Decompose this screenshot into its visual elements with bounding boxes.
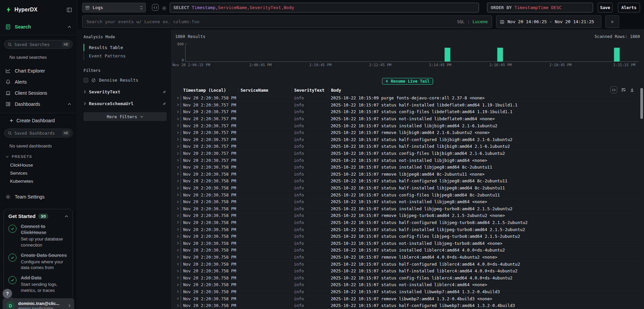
search-input[interactable] [87,19,457,24]
row-expand-chevron-icon[interactable] [175,110,180,114]
user-menu[interactable]: D dominic.tran@clic... dominic.tran@clic… [3,298,74,309]
row-expand-chevron-icon[interactable] [175,186,180,190]
sidebar-item-alerts[interactable]: Alerts [0,76,77,87]
row-expand-chevron-icon[interactable] [175,124,180,127]
sidebar-item-search[interactable]: Search [5,24,71,30]
row-expand-chevron-icon[interactable] [175,297,180,300]
saved-dashboards-input[interactable]: Saved Dashboards ⌘K [4,129,73,137]
row-expand-chevron-icon[interactable] [175,131,180,134]
table-row[interactable]: Nov 20 2:20:30.758 PM info 2025-10-22 10… [175,164,640,171]
sidebar-item-team-settings[interactable]: Team Settings [5,194,71,200]
table-row[interactable]: Nov 20 2:20:30.757 PM info 2025-10-22 10… [175,143,640,150]
sidebar-item-client-sessions[interactable]: Client Sessions [0,87,77,98]
table-row[interactable]: Nov 20 2:20:30.758 PM info 2025-10-22 10… [175,233,640,240]
table-row[interactable]: Nov 20 2:20:30.758 PM info 2025-10-22 10… [175,219,640,226]
row-expand-chevron-icon[interactable] [175,249,180,252]
row-expand-chevron-icon[interactable] [175,159,180,162]
resume-live-tail-button[interactable]: Resume Live Tail [382,78,433,85]
preset-item[interactable]: Kubernetes [0,177,77,185]
select-columns-input[interactable]: SELECT Timestamp, ServiceName,SeverityTe… [170,3,479,12]
row-expand-chevron-icon[interactable] [175,207,180,210]
presets-toggle[interactable]: PRESETS [5,154,77,159]
help-button[interactable]: ? [3,289,12,298]
table-row[interactable]: Nov 20 2:20:30.758 PM info 2025-10-22 10… [175,198,640,206]
column-header-body[interactable]: Body [329,88,640,93]
table-row[interactable]: Nov 20 2:20:30.758 PM info 2025-10-22 10… [175,274,640,281]
row-expand-chevron-icon[interactable] [175,193,180,196]
language-toggle-sql[interactable]: SQL [457,19,465,24]
pin-icon[interactable] [162,101,167,106]
row-expand-chevron-icon[interactable] [175,235,180,238]
create-dashboard-button[interactable]: Create Dashboard [9,118,77,123]
saved-searches-input[interactable]: Saved Searches ⌘K [4,40,73,49]
row-expand-chevron-icon[interactable] [175,228,180,231]
table-row[interactable]: Nov 20 2:20:30.758 PM info 2025-10-22 10… [175,295,640,302]
chart-bar[interactable] [445,48,450,61]
table-row[interactable]: Nov 20 2:20:30.758 PM info 2025-10-22 10… [175,289,640,296]
table-row[interactable]: Nov 20 2:20:30.758 PM info 2025-10-22 10… [175,178,640,185]
column-header-timestamp[interactable]: Timestamp (Local) [181,88,238,93]
row-expand-chevron-icon[interactable] [175,96,180,100]
pin-icon[interactable] [162,90,167,94]
edit-sql-icon[interactable] [152,4,159,11]
chart-bar[interactable] [497,48,503,61]
get-started-item[interactable]: Connect to ClickHouse Set up your databa… [8,223,68,248]
row-expand-chevron-icon[interactable] [175,117,180,121]
denoise-checkbox[interactable] [84,78,88,83]
table-row[interactable]: Nov 20 2:20:30.758 PM info 2025-10-22 10… [175,226,640,233]
row-expand-chevron-icon[interactable] [175,214,180,217]
table-row[interactable]: Nov 20 2:20:30.758 PM info 2025-10-22 10… [175,254,640,261]
denoise-results-toggle[interactable]: Denoise Results [84,78,167,83]
mode-results-table[interactable]: Results Table [84,43,167,52]
row-expand-chevron-icon[interactable] [175,290,180,293]
row-expand-chevron-icon[interactable] [175,103,180,106]
row-expand-chevron-icon[interactable] [175,255,180,259]
table-row[interactable]: Nov 20 2:20:30.757 PM info 2025-10-22 10… [175,129,640,136]
vertical-scrollbar[interactable] [640,88,643,119]
row-expand-chevron-icon[interactable] [175,200,180,204]
table-row[interactable]: Nov 20 2:20:30.758 PM info 2025-10-22 10… [175,302,640,309]
alerts-button[interactable]: Alerts [618,3,640,12]
table-row[interactable]: Nov 20 2:20:30.757 PM info 2025-10-22 10… [175,102,640,109]
row-expand-chevron-icon[interactable] [175,262,180,266]
table-row[interactable]: Nov 20 2:20:30.758 PM info 2025-10-22 10… [175,268,640,275]
source-settings-gear-icon[interactable] [161,4,167,12]
more-filters-button[interactable]: More filters [84,112,167,121]
chart-bar[interactable] [614,48,620,61]
column-header-servicename[interactable]: ServiceName [238,88,292,93]
get-started-item[interactable]: Create Data Sources Configure where your… [8,252,68,271]
collapse-sidebar-icon[interactable] [66,7,72,13]
row-expand-chevron-icon[interactable] [175,152,180,155]
time-range-picker[interactable]: Nov 20 14:06:25 - Nov 20 14:21:25 [496,15,601,28]
table-row[interactable]: Nov 20 2:20:30.758 PM info 2025-10-22 10… [175,95,640,102]
sidebar-item-chart-explorer[interactable]: Chart Explorer [0,65,77,76]
row-expand-chevron-icon[interactable] [175,172,180,176]
table-row[interactable]: Nov 20 2:20:30.758 PM info 2025-10-22 10… [175,261,640,268]
sidebar-item-dashboards[interactable]: Dashboards [0,98,77,109]
row-expand-chevron-icon[interactable] [175,269,180,273]
table-row[interactable]: Nov 20 2:20:30.758 PM info 2025-10-22 10… [175,247,640,254]
filter-group-severitytext[interactable]: SeverityText [84,89,167,94]
language-toggle-lucene[interactable]: Lucene [473,19,488,24]
table-row[interactable]: Nov 20 2:20:30.758 PM info 2025-10-22 10… [175,171,640,178]
row-expand-chevron-icon[interactable] [175,304,180,307]
row-expand-chevron-icon[interactable] [175,138,180,141]
table-row[interactable]: Nov 20 2:20:30.758 PM info 2025-10-22 10… [175,185,640,192]
table-row[interactable]: Nov 20 2:20:30.757 PM info 2025-10-22 10… [175,136,640,143]
get-started-item[interactable]: Add Data Start sending logs, metrics, or… [8,275,68,293]
preset-item[interactable]: ClickHouse [0,161,77,169]
table-row[interactable]: Nov 20 2:20:30.758 PM info 2025-10-22 10… [175,191,640,198]
wrap-lines-icon[interactable] [621,87,626,92]
column-config-icon[interactable] [610,86,617,93]
row-expand-chevron-icon[interactable] [175,221,180,224]
download-icon[interactable] [630,87,635,92]
mode-event-patterns[interactable]: Event Patterns [84,52,167,60]
table-row[interactable]: Nov 20 2:20:30.758 PM info 2025-10-22 10… [175,240,640,247]
table-row[interactable]: Nov 20 2:20:30.757 PM info 2025-10-22 10… [175,108,640,116]
row-expand-chevron-icon[interactable] [175,241,180,245]
row-expand-chevron-icon[interactable] [175,145,180,148]
source-selector[interactable]: Logs [82,3,146,12]
table-row[interactable]: Nov 20 2:20:30.758 PM info 2025-10-22 10… [175,206,640,213]
save-button[interactable]: Save [598,3,612,12]
row-expand-chevron-icon[interactable] [175,179,180,183]
